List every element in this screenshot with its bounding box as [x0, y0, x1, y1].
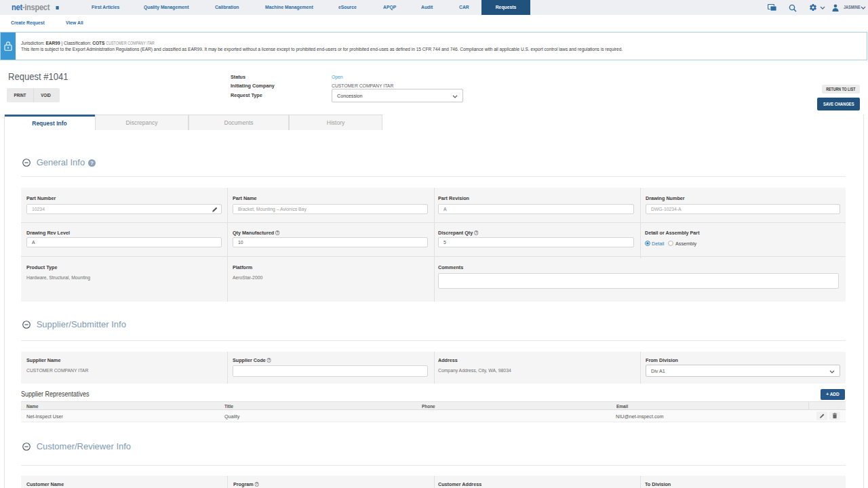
svg-text:?: ? — [90, 160, 94, 166]
svg-text:?: ? — [277, 231, 279, 235]
svg-text:?: ? — [256, 483, 258, 486]
svg-text:?: ? — [475, 231, 477, 235]
svg-text:?: ? — [269, 359, 271, 362]
